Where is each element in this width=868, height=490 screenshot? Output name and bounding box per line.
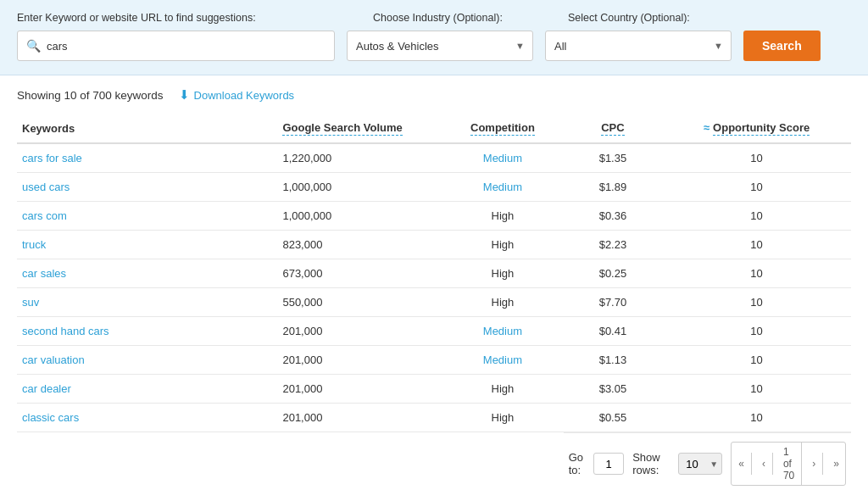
cpc-cell: $1.89 [564,173,663,202]
country-select[interactable]: All United States United Kingdom Canada … [545,31,732,61]
competition-cell: High [442,404,563,432]
volume-cell: 201,000 [277,404,442,432]
volume-cell: 1,000,000 [277,173,442,202]
cpc-cell: $1.13 [564,346,663,375]
rows-select[interactable]: 10 25 50 100 [678,453,722,475]
download-keywords-link[interactable]: ⬇ Download Keywords [179,87,295,103]
table-row: car dealer 201,000 High $3.05 10 [17,375,851,404]
keyword-cell: suv [17,288,277,317]
download-icon: ⬇ [179,87,190,103]
keyword-link[interactable]: truck [22,238,46,251]
volume-cell: 1,220,000 [277,143,442,173]
competition-cell: Medium [442,173,563,202]
country-label: Select Country (Optional): [568,12,851,24]
page-nav: « ‹ 1 of 70 › » [731,442,846,486]
volume-cell: 823,000 [277,231,442,259]
competition-cell: Medium [442,317,563,346]
table-row: cars for sale 1,220,000 Medium $1.35 10 [17,143,851,173]
volume-cell: 673,000 [277,259,442,288]
volume-cell: 201,000 [277,375,442,404]
prev-page-button[interactable]: ‹ [755,453,773,475]
page-info: 1 of 70 [776,443,802,485]
opportunity-cell: 10 [662,317,851,346]
keyword-link[interactable]: cars com [22,209,67,222]
opportunity-cell: 10 [662,143,851,173]
keyword-link[interactable]: car sales [22,267,66,280]
competition-cell: High [442,375,563,404]
volume-cell: 1,000,000 [277,202,442,231]
search-icon: 🔍 [26,39,41,53]
show-rows-wrap: Show rows: 10 25 50 100 ▼ [632,451,722,476]
show-rows-label: Show rows: [632,451,673,476]
volume-cell: 201,000 [277,346,442,375]
keyword-cell: classic cars [17,404,277,432]
cpc-cell: $0.36 [564,202,663,231]
keyword-link[interactable]: classic cars [22,411,79,424]
keyword-cell: second hand cars [17,317,277,346]
download-label: Download Keywords [194,89,295,102]
table-row: truck 823,000 High $2.23 10 [17,231,851,259]
opportunity-cell: 10 [662,375,851,404]
table-row: second hand cars 201,000 Medium $0.41 10 [17,317,851,346]
keyword-cell: truck [17,231,277,259]
table-row: suv 550,000 High $7.70 10 [17,288,851,317]
col-header-cpc: CPC [564,114,663,143]
summary-row: Showing 10 of 700 keywords ⬇ Download Ke… [17,87,851,103]
keyword-cell: car dealer [17,375,277,404]
opportunity-cell: 10 [662,231,851,259]
table-row: cars com 1,000,000 High $0.36 10 [17,202,851,231]
volume-cell: 550,000 [277,288,442,317]
keyword-cell: used cars [17,173,277,202]
keyword-link[interactable]: used cars [22,181,70,193]
cpc-cell: $1.35 [564,143,663,173]
keyword-cell: cars for sale [17,143,277,173]
search-button[interactable]: Search [743,31,821,61]
cpc-cell: $0.55 [564,404,663,432]
opportunity-cell: 10 [662,173,851,202]
goto-wrap: Go to: [569,451,625,476]
competition-cell: High [442,288,563,317]
keyword-link[interactable]: car valuation [22,354,85,366]
col-header-competition: Competition [442,114,563,143]
first-page-button[interactable]: « [732,453,752,475]
keyword-cell: car valuation [17,346,277,375]
cpc-cell: $2.23 [564,231,663,259]
next-page-button[interactable]: › [805,453,823,475]
keyword-link[interactable]: car dealer [22,382,71,395]
table-row: classic cars 201,000 High $0.55 10 [17,404,851,432]
keyword-link[interactable]: second hand cars [22,325,109,337]
opportunity-cell: 10 [662,202,851,231]
keyword-input[interactable] [47,40,326,53]
last-page-button[interactable]: » [826,453,846,475]
keywords-table: Keywords Google Search Volume Competitio… [17,114,851,489]
opportunity-cell: 10 [662,288,851,317]
cpc-cell: $0.25 [564,259,663,288]
table-row: used cars 1,000,000 Medium $1.89 10 [17,173,851,202]
pagination-footer-row: Go to: Show rows: 10 25 50 100 [17,432,851,490]
keyword-cell: car sales [17,259,277,288]
top-bar-labels: Enter Keyword or website URL to find sug… [17,12,851,24]
cpc-cell: $3.05 [564,375,663,404]
top-bar: Enter Keyword or website URL to find sug… [0,0,868,75]
keyword-link[interactable]: cars for sale [22,152,82,164]
goto-label: Go to: [569,451,589,476]
competition-cell: Medium [442,143,563,173]
industry-label: Choose Industry (Optional): [373,12,568,24]
rows-select-wrap: 10 25 50 100 ▼ [678,453,722,475]
keyword-link[interactable]: suv [22,296,39,309]
col-header-keywords: Keywords [17,114,277,143]
keyword-label: Enter Keyword or website URL to find sug… [17,12,373,24]
col-header-volume: Google Search Volume [277,114,442,143]
showing-text: Showing 10 of 700 keywords [17,89,164,102]
opportunity-icon: ≈ [704,121,709,134]
goto-input[interactable] [593,453,624,475]
industry-select-wrap: All Industries Autos & Vehicles Business… [347,31,533,61]
table-row: car valuation 201,000 Medium $1.13 10 [17,346,851,375]
opportunity-cell: 10 [662,346,851,375]
col-header-opportunity: ≈Opportunity Score [662,114,851,143]
competition-cell: High [442,202,563,231]
opportunity-cell: 10 [662,259,851,288]
industry-select[interactable]: All Industries Autos & Vehicles Business… [347,31,533,61]
top-bar-inputs: 🔍 All Industries Autos & Vehicles Busine… [17,31,851,61]
content-area: Showing 10 of 700 keywords ⬇ Download Ke… [0,75,868,490]
